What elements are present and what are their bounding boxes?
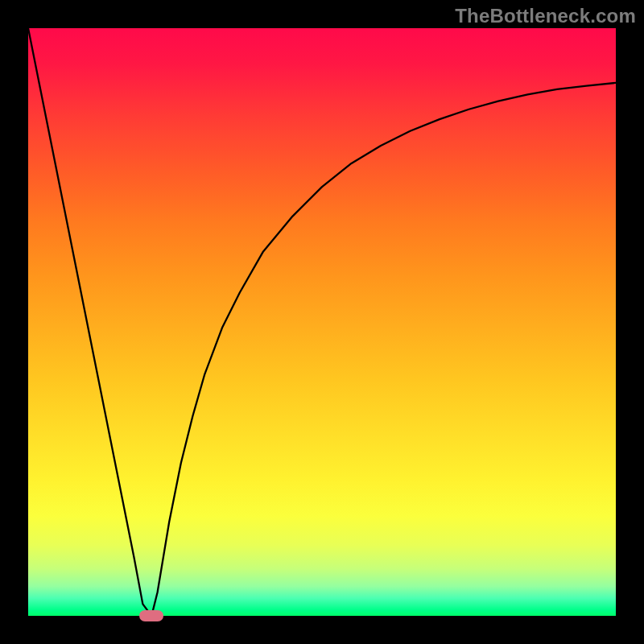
plot-area: [28, 28, 616, 616]
curve-layer: [28, 28, 616, 616]
optimal-point-marker: [139, 610, 163, 621]
chart-stage: TheBottleneck.com: [0, 0, 644, 644]
watermark-text: TheBottleneck.com: [455, 5, 636, 27]
bottleneck-curve: [28, 28, 616, 616]
